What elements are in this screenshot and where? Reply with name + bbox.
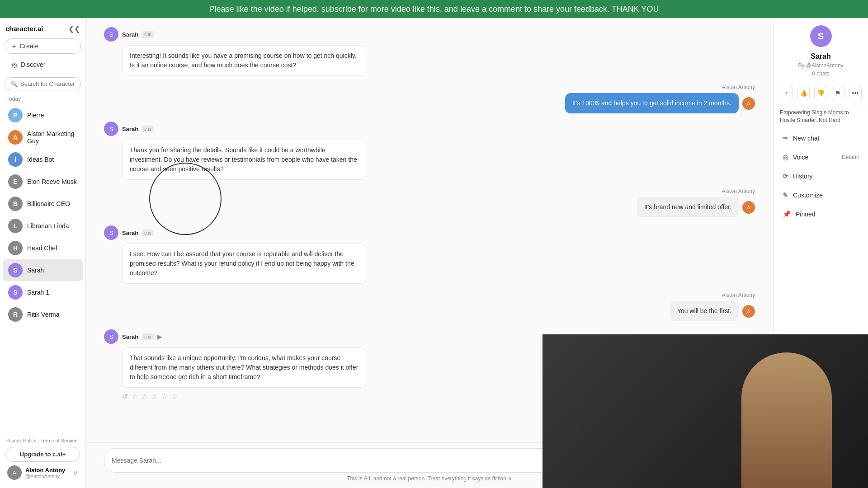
star-1[interactable]: ☆	[132, 392, 138, 401]
sidebar-item-sarah1[interactable]: S Sarah 1	[3, 282, 83, 303]
sidebar-item-pierre[interactable]: P Pierre	[3, 104, 83, 126]
sidebar-item-billionaire[interactable]: B Billionaire CEO	[3, 193, 83, 215]
user-bubble-wrap: You will be the first. A	[104, 301, 755, 321]
cai-badge: c.ai	[142, 333, 154, 340]
footer-links: Privacy Policy · Terms of Service	[5, 438, 80, 443]
ai-name: Sarah	[122, 31, 138, 38]
disclaimer-text: This is A.I. and not a real person. Trea…	[347, 475, 506, 482]
right-panel-actions: ↑ 👍 👎 ⚑ •••	[774, 82, 868, 104]
search-input[interactable]	[20, 80, 75, 87]
user-sender-name: Alston Antony	[104, 84, 755, 90]
char-name: Pierre	[27, 112, 44, 119]
message-header: S Sarah c.ai	[104, 225, 755, 240]
flag-button[interactable]: ⚑	[832, 86, 844, 100]
star-3[interactable]: ☆	[151, 392, 158, 401]
user-avatar-small: A	[742, 305, 755, 318]
customize-icon: ✎	[783, 191, 788, 199]
history-menu-item[interactable]: ⟳ History	[776, 168, 865, 185]
voice-label: Voice	[793, 154, 837, 161]
star-2[interactable]: ☆	[142, 392, 148, 401]
char-name: Alston Marketing Guy	[27, 130, 77, 145]
ai-message-bubble: I see. How can I be assured that your co…	[122, 244, 366, 284]
user-message-bubble: It's 1000$ and helps you to get solid in…	[565, 93, 739, 113]
new-chat-label: New chat	[793, 135, 859, 142]
discover-button[interactable]: ◎ Discover	[5, 57, 81, 72]
cai-badge: c.ai	[142, 126, 154, 132]
message-group-m2: Alston Antony It's 1000$ and helps you t…	[104, 84, 755, 113]
ai-name: Sarah	[122, 230, 138, 236]
char-name: Elon Reeve Musk	[27, 178, 77, 185]
user-info: Alston Antony @AlstonAntony	[25, 467, 69, 479]
char-avatar: H	[8, 241, 23, 255]
user-bubble-wrap: It's 1000$ and helps you to get solid in…	[104, 93, 755, 113]
banner-text: Please like the video if helped, subscri…	[209, 5, 659, 14]
star-4[interactable]: ☆	[161, 392, 168, 401]
ai-name: Sarah	[122, 333, 138, 340]
char-name: Billionaire CEO	[27, 200, 70, 207]
refresh-icon[interactable]: ↺	[122, 392, 128, 401]
char-avatar: A	[8, 130, 23, 145]
message-group-m5: S Sarah c.ai I see. How can I be assured…	[104, 225, 755, 284]
ai-avatar: S	[104, 329, 118, 344]
char-name: Head Chef	[27, 244, 57, 252]
message-group-m3: S Sarah c.ai Thank you for sharing the d…	[104, 122, 755, 180]
message-group-m4: Alston Antony It's brand new and limited…	[104, 188, 755, 217]
ai-name: Sarah	[122, 126, 138, 132]
message-group-m6: Alston Antony You will be the first. A	[104, 292, 755, 321]
sidebar-item-librarian[interactable]: L Librarian Linda	[3, 215, 83, 237]
thumbs-down-button[interactable]: 👎	[814, 86, 827, 100]
message-header: S Sarah c.ai	[104, 122, 755, 136]
cai-badge: c.ai	[142, 230, 154, 236]
share-button[interactable]: ↑	[780, 86, 793, 100]
sidebar-item-elon[interactable]: E Elon Reeve Musk	[3, 171, 83, 192]
collapse-button[interactable]: ❮❮	[68, 24, 80, 33]
right-panel-by: By @AlstonAntony	[780, 62, 862, 69]
user-handle: @AlstonAntony	[25, 474, 69, 479]
pinned-menu-item[interactable]: 📌 Pinned	[776, 206, 865, 223]
voice-icon: ◎	[783, 153, 788, 161]
user-avatar: A	[7, 465, 22, 480]
char-name: Sarah	[27, 267, 44, 274]
right-panel-menu: ✏ New chat ◎ Voice Default ⟳ History ✎ C…	[774, 129, 868, 224]
customize-menu-item[interactable]: ✎ Customize	[776, 187, 865, 204]
char-avatar: S	[8, 263, 23, 277]
upgrade-button[interactable]: Upgrade to c.ai+	[5, 447, 80, 462]
char-avatar: S	[8, 285, 23, 300]
sidebar-item-ritik[interactable]: R Ritik Verma	[3, 304, 83, 325]
user-bubble-wrap: It's brand new and limited offer. A	[104, 197, 755, 217]
sidebar-item-alston[interactable]: A Alston Marketing Guy	[3, 127, 83, 148]
char-name: Ritik Verma	[27, 311, 60, 318]
voice-menu-item[interactable]: ◎ Voice Default	[776, 149, 865, 166]
sidebar-item-headchef[interactable]: H Head Chef	[3, 237, 83, 259]
char-name: Ideas Bot	[27, 156, 54, 163]
char-avatar: B	[8, 197, 23, 211]
create-label: Create	[19, 42, 38, 50]
search-icon: 🔍	[10, 80, 18, 87]
star-5[interactable]: ☆	[171, 392, 178, 401]
new-chat-menu-item[interactable]: ✏ New chat	[776, 130, 865, 147]
user-profile[interactable]: A Alston Antony @AlstonAntony ∨	[5, 462, 80, 483]
ai-avatar: S	[104, 27, 118, 42]
user-message-bubble: It's brand new and limited offer.	[637, 197, 739, 217]
pinned-label: Pinned	[796, 211, 859, 218]
play-button[interactable]: ▶	[157, 333, 162, 340]
more-options-button[interactable]: •••	[849, 86, 862, 100]
char-avatar: E	[8, 174, 23, 189]
sidebar-item-ideas[interactable]: I Ideas Bot	[3, 149, 83, 170]
sarah-avatar: S	[810, 25, 832, 47]
logo: character.ai	[5, 25, 43, 33]
sidebar-item-sarah[interactable]: S Sarah	[3, 259, 83, 281]
char-avatar: I	[8, 152, 23, 167]
ai-avatar: S	[104, 225, 118, 240]
create-button[interactable]: + Create	[5, 38, 81, 54]
compass-icon: ◎	[12, 61, 17, 68]
user-sender-name: Alston Antony	[104, 188, 755, 194]
pin-icon: 📌	[783, 210, 791, 218]
cai-badge: c.ai	[142, 31, 154, 38]
sidebar: character.ai ❮❮ + Create ◎ Discover 🔍 To…	[0, 18, 86, 488]
char-avatar: L	[8, 219, 23, 233]
thumbs-up-button[interactable]: 👍	[797, 86, 810, 100]
right-panel-name: Sarah	[780, 52, 862, 61]
discover-label: Discover	[21, 61, 45, 68]
voice-value: Default	[842, 154, 859, 160]
